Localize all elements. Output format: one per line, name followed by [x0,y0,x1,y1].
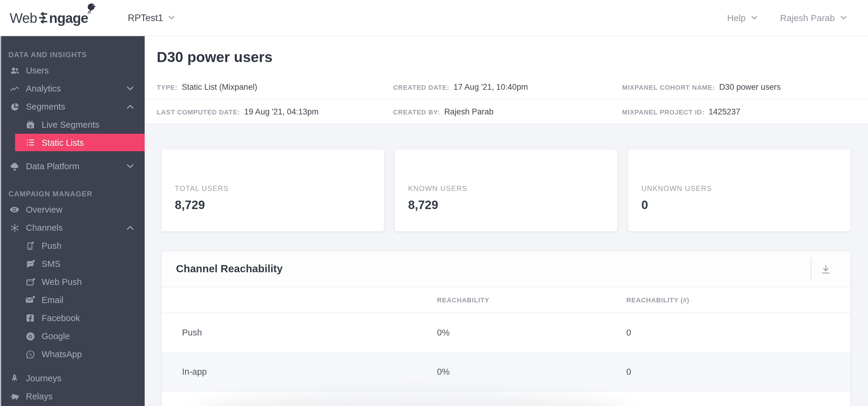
sidebar-item-label: Push [41,241,61,250]
table-row-push: Push 0% 0 [161,313,850,352]
sidebar-item-sms[interactable]: SMS [0,255,145,273]
browser-push-icon [24,277,36,287]
megaphone-icon [8,391,21,402]
sidebar-item-whatsapp[interactable]: WhatsApp [0,345,145,363]
meta-created-date: CREATED DATE: 17 Aug '21, 10:40pm [393,82,622,91]
sidebar-section-campaign-manager: CAMPAIGN MANAGER [0,189,145,199]
sidebar-item-channels[interactable]: Channels [0,219,145,237]
user-menu[interactable]: Rajesh Parab [780,13,847,23]
segments-icon [8,102,21,112]
sidebar-item-label: WhatsApp [41,349,82,359]
meta-last-computed-date: LAST COMPUTED DATE: 19 Aug '21, 04:13pm [157,107,393,116]
chevron-down-icon[interactable] [127,164,134,169]
sidebar-item-label: Channels [26,223,63,233]
sidebar-item-label: Overview [26,205,62,214]
live-segments-icon [24,120,36,130]
cell-reachability-count: 0 [626,367,850,376]
list-metadata: TYPE: Static List (Mixpanel) CREATED DAT… [145,75,868,124]
help-label: Help [727,13,746,23]
eye-icon [8,204,21,215]
cell-reachability: 0% [437,328,626,337]
sidebar-item-overview[interactable]: Overview [0,201,145,219]
data-platform-icon [8,161,21,171]
channel-reachability-header: Channel Reachability [161,251,850,287]
sidebar-item-label: Static Lists [41,138,84,147]
webengage-logo[interactable]: Web ngage [10,8,88,28]
chevron-up-icon[interactable] [127,104,134,109]
logo-text-web: Web [10,10,37,26]
whatsapp-icon [24,349,36,359]
project-name: RPTest1 [128,12,163,23]
static-lists-icon [24,137,36,147]
sidebar-item-facebook[interactable]: Facebook [0,309,145,327]
sms-bubble-icon [24,259,36,269]
sidebar-item-segments[interactable]: Segments [0,98,145,116]
sidebar-item-journeys[interactable]: Journeys [0,369,145,387]
cell-channel: Push [161,328,437,337]
sidebar-item-web-push[interactable]: Web Push [0,273,145,291]
sidebar-item-label: SMS [41,259,61,269]
sidebar: DATA AND INSIGHTS Users Analytics Segmen… [0,36,145,406]
sidebar-item-analytics[interactable]: Analytics [0,79,145,98]
sidebar-item-label: Facebook [41,313,80,323]
sidebar-item-email[interactable]: Email [0,291,145,309]
metadata-row: LAST COMPUTED DATE: 19 Aug '21, 04:13pm … [145,99,868,124]
sidebar-item-static-lists[interactable]: Static Lists [15,134,145,151]
meta-created-by: CREATED BY: Rajesh Parab [393,107,622,116]
sidebar-item-label: Web Push [41,277,82,287]
meta-mixpanel-project-id: MIXPANEL PROJECT ID: 1425237 [622,107,868,116]
channels-hub-icon [8,223,21,233]
sidebar-item-label: Data Platform [26,162,79,171]
cell-channel: In-app [161,367,437,376]
sidebar-item-label: Journeys [26,373,61,383]
sidebar-item-label: Email [41,295,64,305]
svg-text:G: G [28,333,32,339]
analytics-icon [8,83,21,94]
sidebar-item-data-platform[interactable]: Data Platform [0,157,145,175]
topbar: Web ngage RPTest1 [0,0,868,36]
main-content: D30 power users TYPE: Static List (Mixpa… [145,36,868,406]
sidebar-item-label: Users [26,66,49,75]
rocket-icon [8,373,21,383]
help-menu[interactable]: Help [727,13,758,23]
project-selector[interactable]: RPTest1 [128,0,175,36]
sidebar-item-relays[interactable]: Relays [0,387,145,405]
stat-card-total-users: TOTAL USERS 8,729 [161,149,384,231]
meta-mixpanel-cohort-name: MIXPANEL COHORT NAME: D30 power users [622,82,868,91]
column-header-reachability-count: REACHABILITY (#) [626,296,850,304]
sidebar-item-label: Relays [26,392,53,401]
sidebar-section-data-insights: DATA AND INSIGHTS [0,49,145,60]
stat-card-unknown-users: UNKNOWN USERS 0 [628,149,850,231]
cell-reachability: 0% [437,367,626,376]
users-icon [8,65,21,76]
logo-bird-icon [84,2,97,18]
sidebar-item-users[interactable]: Users [0,62,145,79]
sidebar-item-google[interactable]: G Google [0,327,145,345]
sidebar-item-label: Google [41,331,70,341]
mobile-push-icon [24,241,36,250]
content-area: TOTAL USERS 8,729 KNOWN USERS 8,729 UNKN… [145,124,868,406]
table-row-partial [161,392,850,406]
chevron-up-icon[interactable] [127,225,134,230]
email-envelope-icon [24,295,36,305]
channel-reachability-card: Channel Reachability REACHABILITY REACHA… [161,251,850,406]
logo-arrows-icon [38,11,49,27]
logo-text-ngage: ngage [49,10,88,26]
sidebar-item-label: Analytics [26,84,61,93]
cell-reachability-count: 0 [626,328,850,337]
stat-cards: TOTAL USERS 8,729 KNOWN USERS 8,729 UNKN… [161,149,850,231]
chevron-down-icon [751,16,758,20]
sidebar-item-push[interactable]: Push [0,237,145,255]
google-icon: G [24,331,36,341]
sidebar-item-label: Segments [26,102,65,111]
webengage-app: Web ngage RPTest1 [0,0,868,406]
channel-reachability-title: Channel Reachability [176,263,283,275]
segments-sub-list: Live Segments Static Lists [0,116,145,151]
sidebar-item-live-segments[interactable]: Live Segments [0,116,145,134]
page-title: D30 power users [145,36,868,65]
sidebar-item-label: Live Segments [41,120,99,130]
stat-card-known-users: KNOWN USERS 8,729 [395,149,617,231]
chevron-down-icon [168,16,175,20]
download-button[interactable] [817,260,835,278]
chevron-down-icon[interactable] [127,86,134,91]
